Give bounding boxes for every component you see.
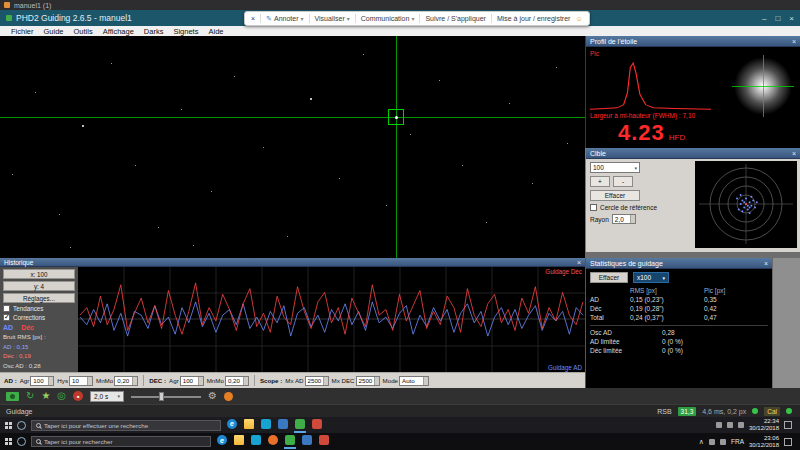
target-zoom-select[interactable]: 100 ▾ bbox=[590, 162, 640, 173]
tray-volume-icon[interactable] bbox=[727, 422, 733, 428]
language-indicator[interactable]: FRA bbox=[731, 438, 744, 445]
tray-network-icon[interactable] bbox=[716, 422, 722, 428]
snr-label: RSB bbox=[657, 408, 671, 415]
tray-chevron-up-icon[interactable]: ∧ bbox=[699, 438, 704, 446]
menu-darks[interactable]: Darks bbox=[139, 27, 169, 36]
taskbar-store[interactable] bbox=[250, 434, 262, 449]
system-tray: ∧ FRA 23:06 30/12/2018 bbox=[699, 435, 795, 449]
taskbar-file-explorer[interactable] bbox=[243, 418, 255, 433]
slider-thumb[interactable] bbox=[159, 392, 164, 401]
pane-close-icon[interactable]: × bbox=[792, 150, 796, 157]
ra-minmove-spinner[interactable]: 0,20 bbox=[114, 376, 138, 386]
start-button-icon[interactable] bbox=[5, 438, 12, 445]
exposure-select[interactable]: 2,0 s ▾ bbox=[90, 391, 124, 402]
graph-xscale-button[interactable]: x: 100 bbox=[3, 269, 75, 279]
max-dec-field: Mx DEC 2500 bbox=[332, 376, 380, 386]
taskbar-mail[interactable] bbox=[301, 434, 313, 449]
pane-close-icon[interactable]: × bbox=[792, 38, 796, 45]
graph-settings-button[interactable]: Réglages... bbox=[3, 293, 75, 303]
taskbar-search-input[interactable]: Taper ici pour rechercher bbox=[31, 436, 211, 447]
pane-close-icon[interactable]: × bbox=[577, 259, 581, 266]
taskbar-store[interactable] bbox=[260, 418, 272, 433]
star-field[interactable] bbox=[0, 36, 585, 258]
corrections-checkbox-row[interactable]: Corrections bbox=[3, 314, 75, 321]
target-zoom-in-button[interactable]: + bbox=[590, 176, 610, 187]
pen-icon: ✎ bbox=[266, 15, 272, 23]
corrections-checkbox[interactable] bbox=[3, 314, 10, 321]
clock-time: 22:34 bbox=[764, 418, 779, 425]
screen-stretch-slider[interactable] bbox=[131, 392, 201, 401]
max-dec-spinner[interactable]: 2500 bbox=[356, 376, 380, 386]
taskbar-photos[interactable] bbox=[277, 418, 289, 433]
max-ra-spinner[interactable]: 2500 bbox=[305, 376, 329, 386]
menu-affichage[interactable]: Affichage bbox=[98, 27, 139, 36]
ra-hysteresis-field: Hys 10 bbox=[57, 376, 93, 386]
stats-row-name: Total bbox=[590, 314, 630, 321]
tray-battery-icon[interactable] bbox=[738, 422, 744, 428]
menu-aide[interactable]: Aide bbox=[203, 27, 228, 36]
auto-select-star-icon[interactable]: ★ bbox=[41, 391, 50, 401]
capture-annotate-button[interactable]: ✎ Annoter ▾ bbox=[266, 15, 303, 23]
taskbar-file-explorer[interactable] bbox=[233, 434, 245, 449]
graph-ra-guiding-label: Guidage AD bbox=[548, 364, 582, 371]
advanced-settings-icon[interactable]: ⚙ bbox=[208, 391, 217, 401]
ra-hysteresis-spinner[interactable]: 10 bbox=[69, 376, 93, 386]
stats-scale-select[interactable]: x100 ▾ bbox=[633, 272, 669, 283]
taskbar-clock[interactable]: 23:06 30/12/2018 bbox=[749, 435, 779, 449]
stats-clear-button[interactable]: Effacer bbox=[590, 272, 628, 283]
start-guiding-icon[interactable]: ◎ bbox=[57, 391, 66, 401]
stats-row-name: Déc bbox=[590, 305, 630, 312]
divider bbox=[309, 14, 310, 23]
taskbar-firefox[interactable] bbox=[267, 434, 279, 449]
radius-spinner[interactable]: 2,0 bbox=[612, 214, 636, 224]
graph-yscale-button[interactable]: y: 4 bbox=[3, 281, 75, 291]
dec-minmove-spinner[interactable]: 0,20 bbox=[225, 376, 249, 386]
action-center-icon[interactable] bbox=[784, 438, 792, 446]
taskbar-clock[interactable]: 22:34 30/12/2018 bbox=[749, 418, 779, 432]
chevron-down-icon: ▾ bbox=[118, 393, 121, 399]
action-center-icon[interactable] bbox=[784, 421, 792, 429]
taskbar-other-app[interactable] bbox=[318, 434, 330, 449]
dec-mode-select[interactable]: Auto bbox=[399, 376, 429, 386]
menu-fichier[interactable]: Fichier bbox=[6, 27, 39, 36]
capture-close-icon[interactable]: × bbox=[251, 15, 255, 22]
graph-dec-guiding-label: Guidage Déc bbox=[545, 268, 582, 275]
taskbar-edge[interactable]: e bbox=[226, 418, 238, 433]
taskbar-search-input[interactable]: Taper ici pour effectuer une recherche bbox=[31, 420, 221, 431]
capture-view-button[interactable]: Visualiser ▾ bbox=[315, 15, 350, 22]
capture-communication-button[interactable]: Communication ▾ bbox=[361, 15, 415, 22]
guide-stats-pane: Statistiques de guidage × Effacer x100 ▾… bbox=[585, 258, 772, 388]
dec-aggression-spinner[interactable]: 100 bbox=[180, 376, 204, 386]
maximize-button[interactable]: □ bbox=[775, 14, 780, 23]
loop-exposures-icon[interactable]: ↻ bbox=[26, 391, 34, 401]
trends-checkbox[interactable] bbox=[3, 305, 10, 312]
taskbar-phd2[interactable] bbox=[284, 434, 296, 449]
menu-outils[interactable]: Outils bbox=[69, 27, 98, 36]
menu-guide[interactable]: Guide bbox=[39, 27, 69, 36]
tray-volume-icon[interactable] bbox=[720, 439, 726, 445]
target-zoom-out-button[interactable]: - bbox=[613, 176, 633, 187]
capture-save-button[interactable]: Mise à jour / enregistrer bbox=[497, 15, 571, 22]
camera-connect-icon[interactable] bbox=[6, 392, 19, 401]
taskbar-edge[interactable]: e bbox=[216, 434, 228, 449]
smiley-icon[interactable]: ☺ bbox=[575, 15, 582, 22]
ra-aggression-spinner[interactable]: 100 bbox=[30, 376, 54, 386]
tray-network-icon[interactable] bbox=[709, 439, 715, 445]
cortana-icon[interactable] bbox=[17, 421, 26, 430]
capture-apply-button[interactable]: Suivre / S'appliquer bbox=[425, 15, 485, 22]
reference-circle-checkbox[interactable] bbox=[590, 204, 597, 211]
chevron-down-icon: ▾ bbox=[634, 165, 637, 171]
close-button[interactable]: × bbox=[789, 14, 794, 23]
graph-plot bbox=[78, 267, 585, 372]
taskbar-capture-app[interactable] bbox=[311, 418, 323, 433]
target-clear-button[interactable]: Effacer bbox=[590, 190, 640, 201]
camera-setup-icon[interactable] bbox=[224, 392, 233, 401]
menu-signets[interactable]: Signets bbox=[168, 27, 203, 36]
stop-icon[interactable]: ■ bbox=[73, 391, 83, 401]
minimize-button[interactable]: – bbox=[762, 14, 766, 23]
start-button-icon[interactable] bbox=[5, 422, 12, 429]
taskbar-phd2[interactable] bbox=[294, 418, 306, 433]
cortana-icon[interactable] bbox=[17, 437, 26, 446]
trends-checkbox-row[interactable]: Tendances bbox=[3, 305, 75, 312]
pane-close-icon[interactable]: × bbox=[764, 260, 768, 267]
